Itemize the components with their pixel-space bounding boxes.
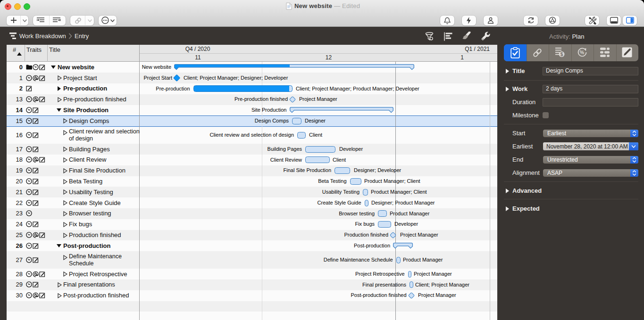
svg-text:$: $ bbox=[560, 52, 563, 57]
svg-text:%: % bbox=[580, 49, 585, 55]
